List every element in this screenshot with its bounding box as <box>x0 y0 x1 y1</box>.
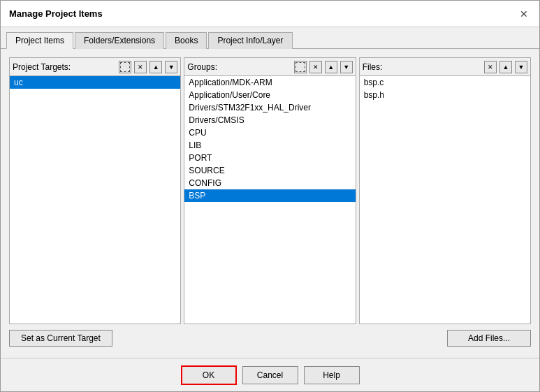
new-group-icon <box>295 62 305 72</box>
list-item[interactable]: bsp.h <box>360 89 530 101</box>
project-targets-panel: Project Targets: uc <box>9 57 181 324</box>
tab-project-items[interactable]: Project Items <box>6 32 73 49</box>
delete-file-button[interactable] <box>484 61 497 73</box>
main-content: Project Targets: uc <box>1 49 539 358</box>
panels-container: Project Targets: uc <box>9 57 531 324</box>
tab-folders-extensions[interactable]: Folders/Extensions <box>75 32 164 49</box>
move-file-up-button[interactable] <box>499 61 512 73</box>
delete-group-button[interactable] <box>309 61 322 73</box>
groups-panel: Groups: Application/MDK-ARM <box>184 57 356 324</box>
arrow-down-group-icon <box>343 63 349 71</box>
list-item[interactable]: uc <box>10 76 180 89</box>
dialog-title: Manage Project Items <box>9 8 103 19</box>
set-as-current-target-button[interactable]: Set as Current Target <box>9 330 112 347</box>
ok-button[interactable]: OK <box>181 365 237 385</box>
list-item[interactable]: Application/MDK-ARM <box>184 76 355 89</box>
move-target-up-button[interactable] <box>149 61 162 73</box>
bottom-left-actions: Set as Current Target <box>9 330 112 347</box>
list-item[interactable]: bsp.c <box>360 76 530 89</box>
arrow-up-file-icon <box>503 63 509 71</box>
list-item[interactable]: SOURCE <box>184 164 355 177</box>
groups-label: Groups: <box>187 62 291 72</box>
cancel-button[interactable]: Cancel <box>242 366 298 384</box>
arrow-up-icon <box>153 63 159 71</box>
list-item[interactable]: Drivers/CMSIS <box>184 114 355 126</box>
move-group-up-button[interactable] <box>325 61 337 73</box>
list-item[interactable]: BSP <box>184 189 355 202</box>
add-files-button[interactable]: Add Files... <box>447 330 531 347</box>
title-bar: Manage Project Items ✕ <box>1 1 539 27</box>
move-target-down-button[interactable] <box>165 61 177 73</box>
files-list[interactable]: bsp.c bsp.h <box>360 76 530 324</box>
delete-target-button[interactable] <box>134 61 147 73</box>
new-group-button[interactable] <box>294 61 307 73</box>
delete-icon <box>138 63 143 71</box>
list-item[interactable]: Drivers/STM32F1xx_HAL_Driver <box>184 101 355 114</box>
arrow-down-icon <box>168 63 175 71</box>
tab-project-info[interactable]: Project Info/Layer <box>208 32 292 49</box>
bottom-actions: Set as Current Target Add Files... <box>9 330 531 349</box>
arrow-down-file-icon <box>518 63 525 71</box>
dialog-footer: OK Cancel Help <box>1 358 539 391</box>
tab-bar: Project Items Folders/Extensions Books P… <box>1 27 539 49</box>
bottom-right-actions: Add Files... <box>447 330 531 347</box>
groups-header: Groups: <box>184 58 355 76</box>
list-item[interactable]: CPU <box>184 126 355 139</box>
move-file-down-button[interactable] <box>515 61 527 73</box>
files-label: Files: <box>363 62 481 72</box>
project-targets-label: Project Targets: <box>13 62 116 72</box>
new-target-button[interactable] <box>119 61 131 73</box>
targets-list[interactable]: uc <box>10 76 180 324</box>
help-button[interactable]: Help <box>304 366 360 384</box>
list-item[interactable]: LIB <box>184 139 355 152</box>
files-panel: Files: bsp.c bsp.h <box>359 57 531 324</box>
files-header: Files: <box>360 58 530 76</box>
list-item[interactable]: PORT <box>184 152 355 164</box>
list-item[interactable]: Application/User/Core <box>184 89 355 101</box>
arrow-up-group-icon <box>328 63 334 71</box>
delete-file-icon <box>488 63 493 71</box>
list-item[interactable]: CONFIG <box>184 177 355 189</box>
close-button[interactable]: ✕ <box>517 7 531 21</box>
new-icon <box>120 62 130 72</box>
tab-books[interactable]: Books <box>166 32 207 49</box>
manage-project-items-dialog: Manage Project Items ✕ Project Items Fol… <box>0 0 540 392</box>
move-group-down-button[interactable] <box>340 61 353 73</box>
groups-list[interactable]: Application/MDK-ARM Application/User/Cor… <box>184 76 355 324</box>
project-targets-header: Project Targets: <box>10 58 180 76</box>
delete-group-icon <box>313 63 319 71</box>
